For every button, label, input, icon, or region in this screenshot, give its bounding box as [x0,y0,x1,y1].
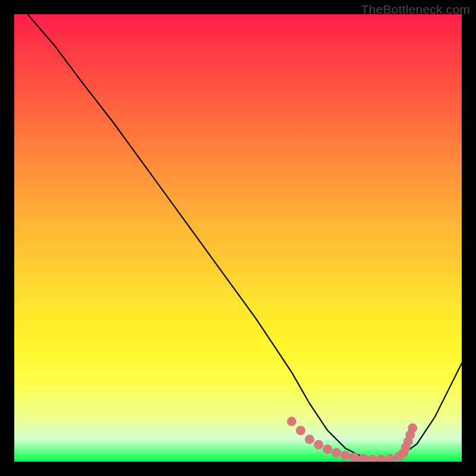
chart-stage: TheBottleneck.com [0,0,476,476]
valley-marker [322,444,332,454]
curve-layer [14,14,462,462]
valley-marker [408,424,417,433]
valley-marker [386,454,395,462]
valley-marker [350,453,359,462]
valley-marker [305,434,314,444]
valley-marker [377,455,386,462]
valley-marker [341,451,350,461]
valley-marker [314,440,323,449]
valley-marker [287,416,296,426]
watermark-text: TheBottleneck.com [361,2,470,17]
valley-marker [331,448,341,458]
bottleneck-curve [28,14,462,462]
valley-marker [368,455,377,462]
valley-marker [296,425,305,435]
valley-markers [287,416,417,462]
plot-area [14,14,462,462]
